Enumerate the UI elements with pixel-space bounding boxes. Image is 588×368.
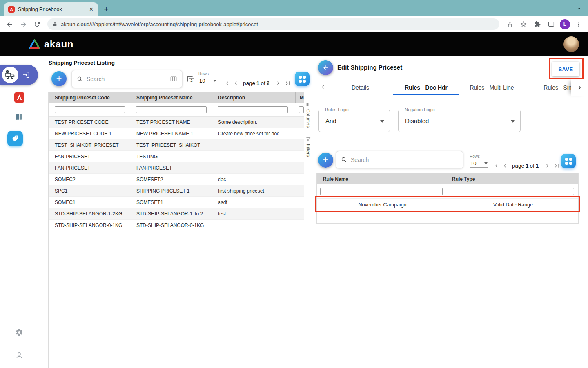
chevron-down-icon bbox=[380, 120, 384, 123]
table-side-strip: Columns Filters bbox=[304, 92, 312, 321]
bookmark-star-icon[interactable] bbox=[518, 19, 529, 29]
table-row[interactable]: SPC1 SHIPPING PRICESET 1 first shipping … bbox=[49, 185, 304, 197]
column-header-truncated[interactable]: M... bbox=[296, 92, 304, 103]
filter-funnel-icon bbox=[306, 137, 311, 142]
filter-input-code[interactable] bbox=[55, 106, 125, 113]
column-header-name[interactable]: Shipping Priceset Name bbox=[132, 92, 214, 103]
browser-tab[interactable]: A Shipping Pricebook × bbox=[4, 2, 98, 16]
reload-button[interactable] bbox=[32, 19, 42, 29]
prev-page-button[interactable] bbox=[501, 162, 509, 170]
browser-tabstrip: A Shipping Pricebook × + bbox=[0, 0, 588, 16]
prev-page-button[interactable] bbox=[232, 79, 240, 87]
column-header-rule-name[interactable]: Rule Name bbox=[317, 173, 448, 184]
table-row[interactable]: SOMEC2 SOMESET2 dac bbox=[49, 174, 304, 185]
next-page-button[interactable] bbox=[274, 79, 282, 87]
tab-rules-doc-hdr[interactable]: Rules - Doc Hdr bbox=[393, 80, 459, 95]
address-bar[interactable]: akaun.cloud/#/applets/tnt/wavelet/erp/ac… bbox=[47, 18, 499, 30]
rules-search-box[interactable] bbox=[336, 151, 463, 168]
tab-details[interactable]: Details bbox=[327, 80, 393, 95]
column-header-description[interactable]: Description bbox=[214, 92, 296, 103]
exit-module-icon[interactable] bbox=[22, 71, 31, 79]
tab-close-icon[interactable]: × bbox=[89, 7, 94, 12]
columns-toggle[interactable]: Columns bbox=[306, 102, 311, 128]
filter-input-truncated[interactable] bbox=[299, 106, 304, 113]
filter-input-rule-name[interactable] bbox=[320, 188, 443, 195]
book-icon bbox=[15, 113, 24, 121]
grid-view-button[interactable] bbox=[561, 154, 576, 168]
rows-select[interactable]: 10 bbox=[198, 77, 217, 85]
price-tag-icon bbox=[11, 135, 19, 143]
rules-table-body: November Campaign Valid Date Range bbox=[317, 198, 578, 211]
table-row[interactable]: FAN-PRICESET TESTING bbox=[49, 151, 304, 162]
sidebar-item-settings[interactable] bbox=[0, 328, 38, 337]
table-row[interactable]: TEST_SHAIKOT_PRICESET TEST_PRICESET_SHAI… bbox=[49, 139, 304, 151]
first-page-button[interactable] bbox=[491, 162, 499, 170]
sidebar-item-profile[interactable] bbox=[0, 351, 38, 360]
last-page-button[interactable] bbox=[552, 162, 561, 170]
back-nav-button[interactable] bbox=[4, 19, 15, 29]
table-row[interactable]: STD-SHIP-SELANGOR-1-2KG STD-SHIP-SELANGO… bbox=[49, 208, 304, 220]
table-row[interactable]: TEST PRICESET CODE TEST PRICESET NAME So… bbox=[49, 117, 304, 128]
url-text: akaun.cloud/#/applets/tnt/wavelet/erp/ac… bbox=[61, 21, 258, 27]
rules-search-input[interactable] bbox=[351, 157, 458, 163]
browser-profile-avatar[interactable]: L bbox=[560, 19, 570, 29]
grid-view-button[interactable] bbox=[295, 72, 310, 86]
filter-input-rule-type[interactable] bbox=[452, 188, 574, 195]
column-header-rule-type[interactable]: Rule Type bbox=[448, 176, 578, 182]
chevron-down-icon bbox=[511, 120, 515, 123]
tabs-scroll-left-chevron[interactable] bbox=[320, 83, 327, 90]
tabs-scroll-right-chevron[interactable] bbox=[571, 79, 588, 96]
next-page-button[interactable] bbox=[543, 162, 551, 170]
negation-logic-select[interactable]: Negation Logic Disabled bbox=[398, 110, 521, 132]
extensions-puzzle-icon[interactable] bbox=[532, 19, 543, 29]
filter-input-description[interactable] bbox=[218, 106, 288, 113]
negation-logic-value: Disabled bbox=[399, 110, 520, 132]
filters-toggle[interactable]: Filters bbox=[306, 137, 311, 157]
columns-bars-icon bbox=[306, 102, 311, 107]
sidebar-item-shipping-module[interactable] bbox=[0, 65, 38, 85]
rules-table-header: Rule Name Rule Type bbox=[317, 173, 578, 184]
save-button[interactable]: SAVE bbox=[552, 62, 579, 76]
grid-icon bbox=[565, 158, 572, 165]
rules-pagination: page1of1 bbox=[491, 162, 561, 170]
copies-count-icon[interactable]: 2 bbox=[186, 75, 195, 84]
add-rule-button[interactable]: + bbox=[318, 153, 333, 168]
user-avatar[interactable] bbox=[564, 36, 579, 52]
rules-logic-select[interactable]: Rules Logic And bbox=[318, 110, 390, 132]
page-indicator: page1of1 bbox=[512, 163, 540, 169]
sidebar-item-docs[interactable] bbox=[0, 113, 38, 121]
share-icon[interactable] bbox=[504, 19, 515, 29]
table-row[interactable]: STD-SHIP-SELANGOR-0-1KG STD-SHIP-SELANGO… bbox=[49, 220, 304, 231]
priceset-filter-row bbox=[49, 103, 304, 117]
workspace: Shipping Priceset Listing + 2 Rows 10 pa… bbox=[0, 56, 588, 368]
sidebar-item-pdf[interactable] bbox=[0, 92, 38, 103]
priceset-search-box[interactable] bbox=[71, 70, 183, 88]
new-tab-button[interactable]: + bbox=[100, 3, 112, 16]
tab-rules-multi-line[interactable]: Rules - Multi Line bbox=[459, 80, 525, 95]
rules-filter-row bbox=[317, 184, 578, 198]
tab-search-chevron-icon[interactable] bbox=[576, 5, 582, 11]
priceset-search-input[interactable] bbox=[87, 76, 166, 82]
back-button[interactable] bbox=[318, 60, 333, 75]
table-columns-icon[interactable] bbox=[170, 75, 177, 83]
priceset-table-header: Shipping Priceset Code Shipping Priceset… bbox=[49, 92, 304, 103]
side-panel-icon[interactable] bbox=[546, 19, 557, 29]
sidebar bbox=[0, 56, 38, 368]
akaun-triangle-icon bbox=[29, 39, 40, 49]
chevron-down-icon bbox=[213, 80, 216, 82]
first-page-button[interactable] bbox=[222, 79, 230, 87]
column-header-code[interactable]: Shipping Priceset Code bbox=[49, 92, 132, 103]
table-row[interactable]: SOMEC1 SOMESET1 asdf bbox=[49, 197, 304, 208]
add-priceset-button[interactable]: + bbox=[51, 71, 67, 86]
table-row[interactable]: November Campaign Valid Date Range bbox=[317, 198, 578, 211]
sidebar-item-pricebook-active[interactable] bbox=[7, 131, 23, 146]
table-row[interactable]: NEW PRICESET CODE 1 NEW PRICESET NAME 1 … bbox=[49, 128, 304, 139]
rows-select[interactable]: 10 bbox=[470, 160, 488, 168]
pdf-icon bbox=[14, 92, 24, 103]
columns-strip-label: Columns bbox=[306, 109, 311, 128]
table-row[interactable]: FAN-PRICESET FAN-PRICESET bbox=[49, 162, 304, 174]
filter-input-name[interactable] bbox=[136, 106, 206, 113]
last-page-button[interactable] bbox=[283, 79, 292, 87]
forward-nav-button[interactable] bbox=[18, 19, 29, 29]
browser-menu-kebab-icon[interactable] bbox=[573, 19, 584, 29]
